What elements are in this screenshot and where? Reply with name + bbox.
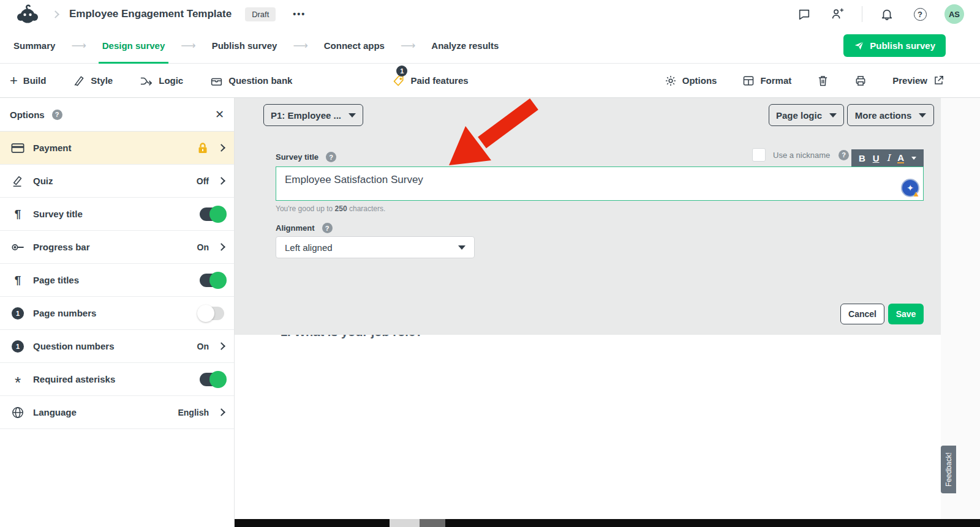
editor-toolbar: + Build Style Logic Question bank 1 Paid… xyxy=(0,64,980,98)
step-arrow-icon: ⟶ xyxy=(181,39,195,52)
caret-down-icon[interactable] xyxy=(911,157,916,160)
character-limit-helper: You're good up to 250 characters. xyxy=(276,204,385,213)
text-color-button[interactable]: A xyxy=(897,153,904,163)
sidebar-item-progress-bar[interactable]: Progress bar On xyxy=(0,231,234,264)
print-button[interactable] xyxy=(854,75,867,87)
help-icon[interactable]: ? xyxy=(911,6,929,23)
chevron-right-icon xyxy=(217,342,225,350)
branch-icon xyxy=(140,75,153,87)
page-titles-toggle[interactable] xyxy=(200,274,224,287)
chevron-right-icon xyxy=(217,243,225,251)
warning-icon: ▲ xyxy=(912,189,920,198)
scrollbar-segment xyxy=(390,519,420,527)
sidebar-item-language[interactable]: Language English xyxy=(0,396,234,429)
paid-features-count-badge: 1 xyxy=(396,65,407,77)
survey-title-input[interactable]: Employee Satisfaction Survey ✦▲ xyxy=(276,166,924,201)
language-value: English xyxy=(178,408,209,417)
asterisk-icon: * xyxy=(10,379,26,386)
slider-icon xyxy=(10,243,26,252)
chevron-right-icon xyxy=(217,408,225,416)
app-window: Employee Engagement Template Draft ••• ?… xyxy=(0,0,980,527)
chat-icon[interactable] xyxy=(796,6,813,23)
scrollbar-segment xyxy=(420,519,445,527)
use-nickname-label: Use a nickname xyxy=(773,151,830,160)
build-button[interactable]: + Build xyxy=(10,75,46,86)
format-button[interactable]: Format xyxy=(742,75,791,87)
preview-button[interactable]: Preview xyxy=(892,75,944,86)
ai-assistant-icon[interactable]: ✦▲ xyxy=(901,179,919,197)
help-icon[interactable]: ? xyxy=(52,110,62,120)
step-arrow-icon: ⟶ xyxy=(293,39,307,52)
credit-card-icon xyxy=(10,143,26,154)
layout-grid-icon xyxy=(742,75,755,87)
sidebar-item-payment[interactable]: Payment xyxy=(0,132,234,165)
caret-down-icon xyxy=(349,113,356,118)
alignment-select[interactable]: Left aligned xyxy=(276,236,475,258)
page-selector-dropdown[interactable]: P1: Employee ... xyxy=(263,104,363,126)
sidebar-item-quiz[interactable]: Quiz Off xyxy=(0,165,234,198)
question-numbers-state: On xyxy=(197,342,209,351)
logic-button[interactable]: Logic xyxy=(140,75,183,87)
tab-analyze-results[interactable]: Analyze results xyxy=(428,28,502,64)
plus-icon: + xyxy=(10,75,18,86)
more-actions-dropdown[interactable]: More actions xyxy=(847,104,934,126)
italic-button[interactable]: I xyxy=(886,152,890,163)
page-numbers-toggle[interactable] xyxy=(200,307,224,320)
use-nickname-checkbox[interactable] xyxy=(752,148,766,162)
top-header: Employee Engagement Template Draft ••• ?… xyxy=(0,0,980,28)
sidebar-item-required-asterisks: * Required asterisks xyxy=(0,363,234,396)
step-arrow-icon: ⟶ xyxy=(401,39,415,52)
underline-button[interactable]: U xyxy=(873,153,880,163)
options-sidebar: Options ? ✕ Payment Quiz Off ¶ Survey ti… xyxy=(0,98,235,527)
avatar[interactable]: AS xyxy=(944,4,964,24)
close-icon[interactable]: ✕ xyxy=(215,108,224,121)
caret-down-icon xyxy=(919,113,926,118)
invite-user-icon[interactable] xyxy=(829,6,846,23)
notifications-bell-icon[interactable] xyxy=(878,6,895,23)
breadcrumb-chevron-icon xyxy=(51,10,59,18)
caret-down-icon xyxy=(458,245,466,250)
sidebar-item-page-numbers: 1 Page numbers xyxy=(0,297,234,330)
options-button[interactable]: Options xyxy=(665,75,717,87)
feedback-tab[interactable]: Feedback! xyxy=(941,446,956,493)
survey-canvas: 1. What is your job role? Individual Con… xyxy=(235,98,980,527)
required-asterisks-toggle[interactable] xyxy=(200,373,224,386)
trash-icon xyxy=(817,75,829,87)
globe-icon xyxy=(10,406,26,419)
style-button[interactable]: Style xyxy=(73,75,113,87)
chevron-right-icon xyxy=(217,177,225,185)
help-icon[interactable]: ? xyxy=(322,223,333,233)
more-menu-button[interactable]: ••• xyxy=(293,9,306,19)
cancel-button[interactable]: Cancel xyxy=(840,304,884,324)
paid-features-button[interactable]: 1 Paid features xyxy=(393,75,468,87)
sidebar-item-survey-title: ¶ Survey title xyxy=(0,198,234,231)
number-one-icon: 1 xyxy=(10,340,26,353)
bottom-scrollbar[interactable] xyxy=(235,519,980,527)
workflow-step-nav: Summary ⟶ Design survey ⟶ Publish survey… xyxy=(0,28,980,64)
publish-survey-button[interactable]: Publish survey xyxy=(843,34,946,57)
sidebar-item-question-numbers[interactable]: 1 Question numbers On xyxy=(0,330,234,363)
paper-plane-icon xyxy=(854,40,864,51)
tab-summary[interactable]: Summary xyxy=(10,28,59,64)
pen-icon xyxy=(73,75,85,87)
quiz-state: Off xyxy=(197,176,209,186)
save-button[interactable]: Save xyxy=(888,304,924,324)
number-one-icon: 1 xyxy=(10,307,26,320)
pencil-icon xyxy=(10,175,26,187)
pilcrow-icon: ¶ xyxy=(10,274,26,287)
bold-button[interactable]: B xyxy=(859,153,865,163)
question-bank-button[interactable]: Question bank xyxy=(210,75,292,87)
header-divider xyxy=(862,6,862,22)
alignment-label: Alignment xyxy=(276,223,315,233)
caret-down-icon xyxy=(829,113,837,118)
tab-design-survey[interactable]: Design survey xyxy=(99,28,169,64)
delete-button[interactable] xyxy=(817,75,829,87)
tab-publish-survey[interactable]: Publish survey xyxy=(208,28,281,64)
surveymonkey-logo-icon[interactable] xyxy=(16,4,39,24)
sidebar-item-page-titles: ¶ Page titles xyxy=(0,264,234,297)
tab-connect-apps[interactable]: Connect apps xyxy=(320,28,388,64)
survey-title-toggle[interactable] xyxy=(200,207,224,221)
page-logic-dropdown[interactable]: Page logic xyxy=(769,104,844,126)
help-icon[interactable]: ? xyxy=(839,150,849,160)
help-icon[interactable]: ? xyxy=(326,152,336,162)
